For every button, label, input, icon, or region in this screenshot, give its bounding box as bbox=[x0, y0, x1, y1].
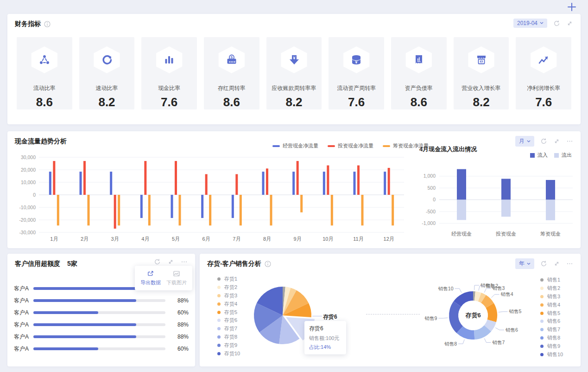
bar bbox=[110, 172, 112, 195]
legend-item[interactable]: 流出 bbox=[554, 152, 572, 159]
legend-label: 存货3 bbox=[224, 292, 237, 299]
donut-label: 销售4 bbox=[500, 291, 513, 297]
legend-item[interactable]: 存货9 bbox=[217, 341, 240, 349]
tooltip-amount: 销售额:100元 bbox=[309, 335, 341, 342]
legend-item[interactable]: 存货5 bbox=[217, 308, 240, 316]
legend-item[interactable]: 经营现金净流量 bbox=[272, 142, 318, 149]
expand-icon[interactable] bbox=[566, 20, 573, 27]
legend-item[interactable]: 投资现金净流量 bbox=[328, 142, 373, 149]
legend-label: 存货4 bbox=[224, 301, 237, 308]
donut-label: 销售9 bbox=[424, 315, 437, 321]
bar bbox=[53, 161, 55, 195]
legend-label: 投资现金净流量 bbox=[338, 142, 373, 149]
download-image-label: 下载图片 bbox=[166, 279, 187, 286]
legend-item[interactable]: 存货3 bbox=[217, 292, 240, 300]
legend-label: 存货10 bbox=[224, 350, 240, 357]
pie-tooltip: 存货6 销售额:100元 占比:14% bbox=[304, 321, 346, 354]
legend-label: 存货8 bbox=[224, 334, 237, 340]
expand-icon[interactable] bbox=[167, 258, 174, 265]
credit-row: 客户A88% bbox=[14, 295, 189, 307]
bar bbox=[357, 166, 360, 195]
legend-item[interactable]: 存货8 bbox=[217, 333, 240, 341]
metric-card: $存红周转率8.6 bbox=[204, 37, 259, 109]
legend-item[interactable]: 销售6 bbox=[540, 317, 563, 326]
refresh-icon[interactable] bbox=[540, 138, 547, 145]
more-icon[interactable] bbox=[566, 138, 573, 145]
credit-row: 客户A60% bbox=[14, 307, 189, 319]
bar bbox=[266, 168, 268, 195]
svg-text:¥: ¥ bbox=[355, 60, 358, 64]
metric-label: 存红周转率 bbox=[218, 84, 246, 92]
export-data-button[interactable]: 导出数据 bbox=[138, 270, 164, 286]
legend-item[interactable]: 销售10 bbox=[540, 350, 563, 359]
svg-text:10,000: 10,000 bbox=[21, 180, 36, 185]
panel-title: 客户信用超额度 bbox=[15, 260, 60, 268]
cash-register-icon: $ bbox=[217, 46, 247, 73]
refresh-icon[interactable] bbox=[154, 258, 161, 265]
credit-bar-track bbox=[33, 347, 165, 350]
more-icon[interactable] bbox=[566, 260, 573, 267]
bar bbox=[392, 195, 394, 225]
legend-label: 销售9 bbox=[547, 343, 560, 350]
bar bbox=[144, 161, 146, 195]
legend-item[interactable]: 存货10 bbox=[217, 349, 240, 358]
bar bbox=[292, 172, 295, 195]
legend-item[interactable]: 存货1 bbox=[217, 275, 240, 283]
granularity-select[interactable]: 月 bbox=[515, 136, 534, 147]
metric-label: 资产负债率 bbox=[405, 84, 433, 92]
inventory-legend: 存货1存货2存货3存货4存货5存货6存货7存货8存货9存货10 bbox=[217, 275, 240, 358]
svg-text:经营现金: 经营现金 bbox=[451, 231, 472, 237]
legend-dot bbox=[540, 353, 544, 356]
add-widget-button[interactable] bbox=[567, 2, 577, 12]
credit-bar-track bbox=[33, 299, 165, 302]
legend-label: 销售10 bbox=[547, 351, 563, 358]
info-icon[interactable] bbox=[265, 261, 271, 267]
legend-item[interactable]: 流入 bbox=[530, 152, 548, 159]
info-icon[interactable] bbox=[44, 21, 51, 27]
credit-bar-track bbox=[33, 323, 165, 326]
metric-label: 应收账款周转率率 bbox=[272, 84, 316, 92]
legend-item[interactable]: 销售1 bbox=[540, 276, 563, 284]
bar bbox=[140, 195, 143, 218]
legend-item[interactable]: 销售9 bbox=[540, 342, 563, 350]
expand-icon[interactable] bbox=[553, 138, 560, 145]
tooltip-share: 占比:14% bbox=[309, 344, 341, 351]
legend-item[interactable]: 销售2 bbox=[540, 284, 563, 293]
legend-label: 存货2 bbox=[224, 284, 237, 291]
legend-item[interactable]: 销售7 bbox=[540, 326, 563, 334]
credit-bar-track bbox=[33, 335, 165, 338]
legend-item[interactable]: 存货4 bbox=[217, 300, 240, 308]
customer-label: 客户A bbox=[14, 309, 33, 317]
sales-legend: 销售1销售2销售3销售4销售5销售6销售7销售8销售9销售10 bbox=[540, 276, 563, 359]
drill-connector-line bbox=[366, 314, 420, 314]
metric-value: 8.2 bbox=[98, 95, 115, 109]
download-image-button[interactable]: 下载图片 bbox=[164, 270, 190, 286]
bar bbox=[384, 172, 386, 195]
more-icon[interactable] bbox=[181, 258, 188, 265]
donut-label: 销售8 bbox=[444, 341, 457, 346]
legend-swatch bbox=[272, 145, 280, 147]
legend-item[interactable]: 存货2 bbox=[217, 283, 240, 292]
refresh-icon[interactable] bbox=[553, 20, 560, 27]
metric-cards: 流动比率8.6速动比率8.2现金比率7.6$存红周转率8.6¥应收账款周转率率8… bbox=[17, 37, 571, 109]
period-select[interactable]: 2019-04 bbox=[513, 19, 547, 28]
legend-item[interactable]: 销售4 bbox=[540, 301, 563, 309]
credit-percent: 60% bbox=[173, 346, 189, 352]
metric-card: 现金比率7.6 bbox=[141, 37, 197, 109]
legend-dot bbox=[217, 352, 221, 355]
granularity-select[interactable]: 年 bbox=[515, 258, 534, 269]
legend-dot bbox=[217, 327, 221, 330]
legend-item[interactable]: 存货6 bbox=[217, 316, 240, 325]
bar bbox=[297, 161, 299, 195]
finance-indicators-panel: 财务指标 2019-04 流动比率8.6速动比率8.2现金比率7.6$存红周转率… bbox=[7, 14, 581, 124]
expand-icon[interactable] bbox=[553, 260, 560, 267]
cash-flow-bar-chart: 30,00020,00010,0000-10,000-20,000-30,000… bbox=[14, 153, 409, 246]
refresh-icon[interactable] bbox=[540, 260, 547, 267]
legend-item[interactable]: 存货7 bbox=[217, 325, 240, 333]
legend-item[interactable]: 销售3 bbox=[540, 293, 563, 301]
coins-icon: ¥ bbox=[341, 46, 371, 73]
sales-donut-chart: 销售1销售2销售3销售4销售5销售6销售7销售8销售9销售10存货6 bbox=[413, 277, 534, 359]
legend-item[interactable]: 销售8 bbox=[540, 334, 563, 342]
legend-item[interactable]: 销售5 bbox=[540, 309, 563, 317]
customer-label: 客户A bbox=[14, 345, 33, 353]
